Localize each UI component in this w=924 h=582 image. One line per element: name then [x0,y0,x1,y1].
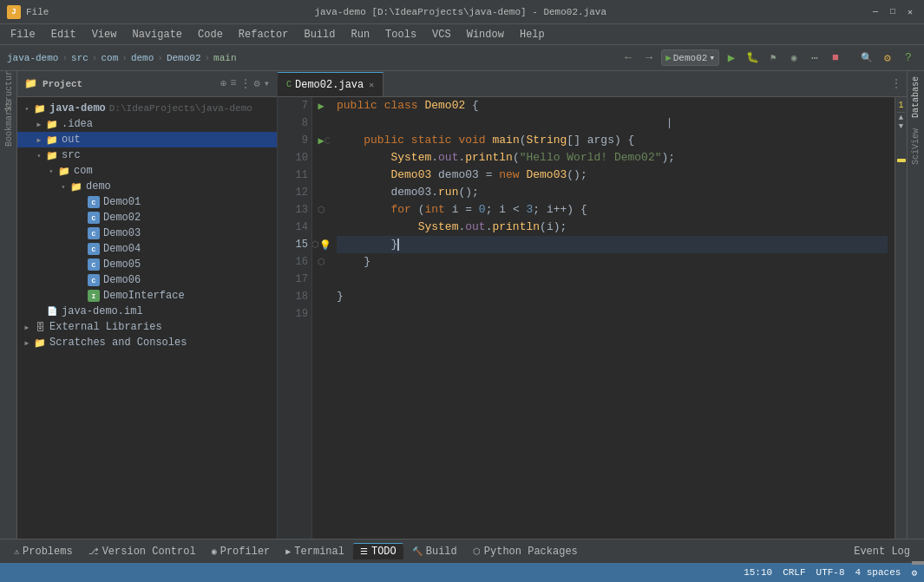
status-bar: 15:10 CRLF UTF-8 4 spaces ⚙ [0,563,924,582]
nav-demo02[interactable]: Demo02 [167,53,201,63]
menu-item-run[interactable]: Run [344,27,377,43]
tree-item-demo02[interactable]: C Demo02 [17,210,277,226]
back-button[interactable]: ← [619,49,637,67]
build-tab[interactable]: 🔨 Build [405,544,464,559]
code-editor[interactable]: public class Demo02 { public static void… [330,97,895,539]
tree-item-demo05[interactable]: C Demo05 [17,257,277,272]
menu-file-label[interactable]: File [26,7,49,17]
sidebar-settings-btn[interactable]: ⚙ [254,77,260,90]
stop-button[interactable]: ■ [827,49,844,67]
terminal-tab[interactable]: ▶ Terminal [279,544,351,559]
version-control-tab[interactable]: ⎇ Version Control [82,544,203,559]
tab-more-btn[interactable]: ⋮ [886,77,907,90]
tree-item-java-demo[interactable]: ▾ 📁 java-demo D:\IdeaProjects\java-demo [17,101,277,116]
nav-com[interactable]: com [101,53,118,63]
code-line-16: } [337,253,888,271]
tree-item-out[interactable]: ▶ 📁 out [17,132,277,147]
profiler-label: Profiler [220,546,271,558]
code-line-9: public static void main(String[] args) { [337,132,888,149]
profile-button[interactable]: ◉ [785,49,803,67]
close-button[interactable]: ✕ [903,5,917,19]
nav-project[interactable]: java-demo [7,53,58,63]
sidebar-hide-btn[interactable]: ▾ [264,77,270,90]
sciview-tab[interactable]: SciView [909,123,922,170]
encoding-status[interactable]: UTF-8 [816,567,845,578]
library-icon-external: 🗄 [33,320,47,334]
coverage-button[interactable]: ⚑ [764,49,782,67]
vc-label: Version Control [102,546,196,558]
sidebar-add-btn[interactable]: ⊕ [220,77,226,90]
nav-main[interactable]: main [213,53,236,63]
editor-tab-demo02[interactable]: C Demo02.java ✕ [278,72,383,96]
tab-close-btn[interactable]: ✕ [369,80,374,90]
nav-demo[interactable]: demo [131,53,154,63]
tree-item-idea[interactable]: ▶ 📁 .idea [17,116,277,132]
database-tab[interactable]: Database [909,71,922,123]
tree-arrow-out: ▶ [33,134,45,146]
cursor-position-status[interactable]: 15:10 [744,567,772,578]
fold-icon-15[interactable]: ⬡ [312,239,319,250]
tree-item-iml[interactable]: 📄 java-demo.iml [17,304,277,319]
sidebar-collapse-btn[interactable]: ⋮ [240,77,251,90]
sidebar-flatten-btn[interactable]: ≡ [230,77,236,90]
event-log-tab[interactable]: Event Log [847,544,917,559]
indent-status[interactable]: 4 spaces [855,567,901,578]
warning-stripe [897,159,906,162]
nav-src[interactable]: src [71,53,88,63]
profiler-tab[interactable]: ◉ Profiler [205,544,278,559]
tree-item-demo[interactable]: ▾ 📁 demo [17,179,277,194]
forward-button[interactable]: → [640,49,658,67]
run-config-selector[interactable]: ▶ Demo02 ▾ [661,49,719,66]
warning-badge[interactable]: 1 [897,99,905,113]
menu-item-build[interactable]: Build [297,27,342,43]
run-button[interactable]: ▶ [723,49,740,67]
minimize-button[interactable]: — [868,5,882,19]
tree-item-scratches[interactable]: ▶ 📁 Scratches and Consoles [17,335,277,350]
settings-status-icon[interactable]: ⚙ [911,567,917,579]
bottom-panel: ⚠ Problems ⎇ Version Control ◉ Profiler … [0,539,924,563]
problems-tab[interactable]: ⚠ Problems [7,544,80,559]
tree-item-demo06[interactable]: C Demo06 [17,272,277,288]
fold-icon-9[interactable]: ⬡ [324,136,330,146]
more-run-button[interactable]: ⋯ [806,49,823,67]
tree-item-src[interactable]: ▾ 📁 src [17,147,277,163]
line-endings-status[interactable]: CRLF [783,567,805,578]
menu-item-window[interactable]: Window [460,27,511,43]
python-packages-tab[interactable]: ⬡ Python Packages [466,544,585,559]
menu-item-vcs[interactable]: VCS [425,27,458,43]
search-everywhere-button[interactable]: 🔍 [858,49,875,67]
menu-item-tools[interactable]: Tools [378,27,423,43]
tree-item-demo03[interactable]: C Demo03 [17,226,277,241]
editor-tab-label: Demo02.java [295,79,364,91]
line-num-7: 7 [281,97,308,114]
fold-icon-16[interactable]: ⬡ [318,257,325,267]
tree-item-demo01[interactable]: C Demo01 [17,194,277,210]
gutter-19 [312,305,330,323]
todo-tab[interactable]: ☰ TODO [353,543,403,559]
fold-icon-13[interactable]: ⬡ [318,205,325,215]
settings-button[interactable]: ⚙ [879,49,896,67]
help-button[interactable]: ? [900,49,917,67]
left-panel-tabs: Structure Bookmarks [0,71,17,539]
spacer-demo05 [75,258,87,271]
menu-item-file[interactable]: File [3,27,43,43]
gutter-up-arrow[interactable]: ▲ [899,114,903,122]
warn-icon-15[interactable]: 💡 [319,239,331,251]
run-icon-7[interactable]: ▶ [318,100,324,113]
maximize-button[interactable]: □ [886,5,900,19]
tree-item-external[interactable]: ▶ 🗄 External Libraries [17,319,277,335]
tree-item-com[interactable]: ▾ 📁 com [17,163,277,179]
bookmarks-tab[interactable]: Bookmarks [0,106,17,141]
menu-item-edit[interactable]: Edit [44,27,83,43]
menu-item-code[interactable]: Code [191,27,230,43]
run-icon-9[interactable]: ▶ [318,134,324,147]
debug-button[interactable]: 🐛 [744,49,761,67]
menu-item-navigate[interactable]: Navigate [125,27,189,43]
menu-item-refactor[interactable]: Refactor [232,27,296,43]
tree-item-demointerface[interactable]: I DemoInterface [17,288,277,304]
menu-item-view[interactable]: View [85,27,124,43]
tree-item-demo04[interactable]: C Demo04 [17,241,277,257]
menu-item-help[interactable]: Help [513,27,552,43]
code-line-15: } [337,236,888,253]
gutter-down-arrow[interactable]: ▼ [899,122,903,131]
